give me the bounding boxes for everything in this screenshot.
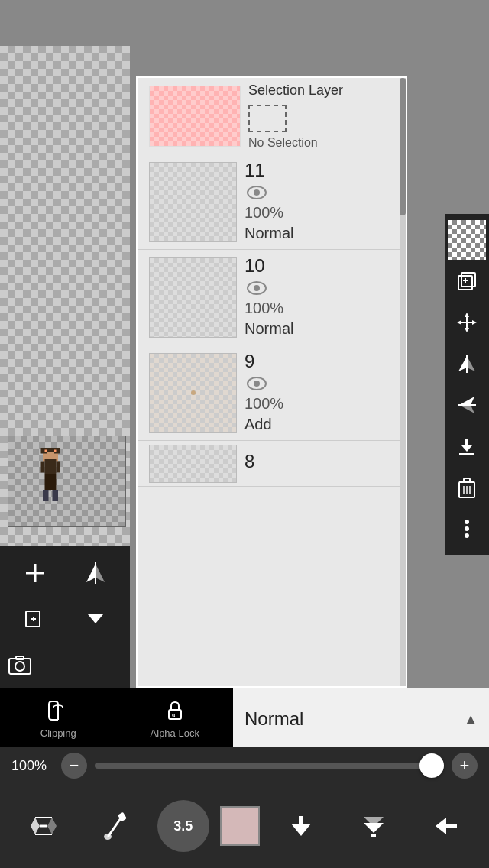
clipping-label: Clipping xyxy=(40,727,76,739)
svg-rect-70 xyxy=(299,816,303,825)
layer-10-visibility[interactable] xyxy=(244,280,269,296)
flip-vertical-button[interactable] xyxy=(448,385,486,425)
layer-row-11[interactable]: 11 100% Normal xyxy=(138,154,406,250)
layer-8-thumbnail xyxy=(149,445,237,483)
layer-11-visibility[interactable] xyxy=(244,184,269,201)
canvas-preview xyxy=(8,436,126,527)
svg-marker-25 xyxy=(457,320,461,325)
layer-10-blend: Normal xyxy=(244,320,293,338)
panel-scrollbar-thumb[interactable] xyxy=(400,78,406,215)
import-button[interactable] xyxy=(448,426,486,466)
delete-button[interactable] xyxy=(448,468,486,507)
svg-marker-29 xyxy=(458,356,467,371)
svg-rect-4 xyxy=(57,462,60,473)
svg-point-18 xyxy=(254,381,260,387)
add-layer-button[interactable] xyxy=(8,553,62,593)
svg-point-57 xyxy=(15,662,24,671)
blend-mode-selector[interactable]: Normal ▲ xyxy=(233,688,489,750)
commit-button[interactable] xyxy=(270,795,332,857)
move-button[interactable] xyxy=(448,303,486,342)
layer-9-number: 9 xyxy=(244,352,254,371)
svg-marker-62 xyxy=(47,818,57,834)
svg-marker-35 xyxy=(461,445,472,452)
layer-row-8[interactable]: 8 xyxy=(138,441,406,487)
bottom-nav: 3.5 xyxy=(0,784,489,868)
svg-rect-6 xyxy=(50,474,57,490)
alpha-lock-button[interactable]: α Alpha Lock xyxy=(117,688,234,750)
svg-marker-32 xyxy=(459,397,474,405)
opacity-increase-button[interactable]: + xyxy=(452,753,478,779)
pixel-character xyxy=(31,448,70,509)
layer-11-info: 11 100% Normal xyxy=(244,161,394,242)
layer-10-info: 10 100% Normal xyxy=(244,257,394,338)
color-swatch[interactable] xyxy=(220,806,260,846)
svg-marker-55 xyxy=(88,614,103,623)
right-toolbar xyxy=(445,214,489,555)
layer-9-visibility[interactable] xyxy=(244,375,269,392)
layer-10-number: 10 xyxy=(244,257,265,275)
more-options-button[interactable] xyxy=(448,509,486,549)
layer-11-blend: Normal xyxy=(244,225,293,242)
layer-10-opacity: 100% xyxy=(244,300,283,317)
camera-button[interactable] xyxy=(8,645,32,685)
collapse-button[interactable] xyxy=(68,599,122,639)
flip-horizontal-button[interactable] xyxy=(448,344,486,384)
svg-marker-74 xyxy=(436,818,446,834)
back-button[interactable] xyxy=(415,795,476,857)
svg-rect-40 xyxy=(464,478,470,482)
brush-size-indicator[interactable]: 3.5 xyxy=(157,800,209,852)
layer-copy-button[interactable] xyxy=(448,261,486,301)
svg-rect-5 xyxy=(45,474,51,490)
brush-size-value: 3.5 xyxy=(173,818,193,834)
selection-layer-title: Selection Layer xyxy=(248,83,394,99)
svg-rect-8 xyxy=(53,490,59,501)
clipping-icon xyxy=(47,700,69,726)
opacity-bar: 100% − + xyxy=(0,747,489,784)
layer-row-9[interactable]: 9 100% Add xyxy=(138,345,406,441)
composite-view-button[interactable] xyxy=(448,220,486,260)
svg-point-16 xyxy=(254,285,260,291)
svg-rect-73 xyxy=(371,834,376,837)
opacity-slider[interactable] xyxy=(95,763,444,769)
svg-point-46 xyxy=(465,533,469,538)
selection-layer-thumbnail xyxy=(149,86,241,147)
panel-scrollbar[interactable] xyxy=(400,78,406,686)
commit-all-button[interactable] xyxy=(343,795,404,857)
clipping-button[interactable]: Clipping xyxy=(0,688,117,750)
animation-flip-button[interactable] xyxy=(68,553,122,593)
svg-rect-2 xyxy=(45,459,57,474)
svg-point-67 xyxy=(104,834,112,840)
svg-rect-11 xyxy=(45,450,47,452)
transform-tool-button[interactable] xyxy=(13,795,74,857)
layer-9-blend: Add xyxy=(244,416,272,433)
layer-11-number: 11 xyxy=(244,161,265,180)
svg-marker-49 xyxy=(86,564,96,582)
opacity-slider-thumb[interactable] xyxy=(419,753,444,778)
svg-text:α: α xyxy=(172,712,176,717)
layer-9-thumbnail xyxy=(149,353,237,433)
svg-point-45 xyxy=(465,526,469,531)
selection-marquee-icon xyxy=(248,105,287,132)
add-frame-button[interactable] xyxy=(8,599,62,639)
layer-row-10[interactable]: 10 100% Normal xyxy=(138,250,406,345)
alpha-lock-icon: α xyxy=(164,700,186,726)
brush-tool-button[interactable] xyxy=(85,795,146,857)
svg-marker-23 xyxy=(465,313,469,317)
blend-mode-value: Normal xyxy=(244,708,303,730)
selection-layer-info: Selection Layer No Selection xyxy=(248,83,394,150)
layer-10-thumbnail xyxy=(149,257,237,338)
layer-9-content-dot xyxy=(191,390,196,395)
alpha-lock-label: Alpha Lock xyxy=(151,727,199,739)
selection-status: No Selection xyxy=(248,136,394,150)
layer-8-number: 8 xyxy=(244,452,254,471)
svg-rect-12 xyxy=(54,450,57,452)
svg-rect-3 xyxy=(41,462,45,473)
blend-mode-arrow-icon: ▲ xyxy=(464,711,478,727)
opacity-decrease-button[interactable]: − xyxy=(61,753,87,779)
opacity-value: 100% xyxy=(11,758,53,774)
svg-marker-61 xyxy=(31,818,40,834)
svg-marker-33 xyxy=(459,405,474,413)
selection-layer-row[interactable]: Selection Layer No Selection xyxy=(138,78,406,154)
layer-panel: Selection Layer No Selection 11 100% Nor… xyxy=(136,76,407,688)
bottom-left-toolbar xyxy=(0,546,130,692)
